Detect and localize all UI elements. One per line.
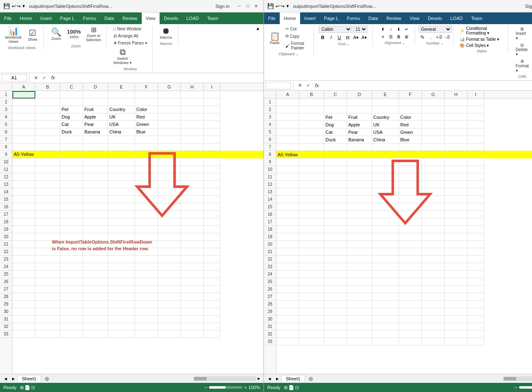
cell-b16[interactable]: [299, 211, 324, 218]
cell-h24[interactable]: [181, 263, 204, 271]
cell-b3[interactable]: [299, 113, 324, 121]
cell-g27[interactable]: [158, 286, 181, 293]
cell-e9[interactable]: [108, 151, 135, 158]
cell-c4[interactable]: Dog: [60, 113, 83, 121]
cell-a10[interactable]: [12, 158, 35, 166]
cell-f30[interactable]: [399, 316, 422, 323]
cell-c31[interactable]: [324, 323, 347, 330]
cell-g20[interactable]: [158, 233, 181, 241]
cell-b27[interactable]: [299, 293, 324, 301]
cell-i9[interactable]: [204, 151, 220, 158]
cell-i31[interactable]: [204, 316, 220, 323]
cell-f29[interactable]: [399, 308, 422, 316]
dec-dec-btn[interactable]: -.0: [443, 34, 451, 40]
cell-c16[interactable]: [324, 211, 347, 218]
cell-h16[interactable]: [445, 211, 468, 218]
cell-c8[interactable]: [60, 143, 83, 151]
macros-btn[interactable]: ⏺ Macros: [158, 26, 174, 41]
cell-a4[interactable]: [12, 113, 35, 121]
cell-f1[interactable]: [399, 99, 422, 106]
cell-b10[interactable]: [35, 158, 60, 166]
cell-g9[interactable]: [158, 151, 181, 158]
cell-g11[interactable]: [422, 173, 445, 181]
cell-a32[interactable]: [12, 323, 35, 330]
workbook-views-btn[interactable]: 📊 WorkbookViews: [3, 26, 23, 45]
cell-b20[interactable]: [299, 241, 324, 248]
cell-f15[interactable]: [399, 203, 422, 211]
col-header-g-left[interactable]: G: [158, 83, 181, 91]
left-minimize[interactable]: ─: [235, 2, 244, 10]
left-name-box[interactable]: [2, 74, 27, 81]
cell-e1[interactable]: [372, 99, 399, 106]
cell-g8[interactable]: [158, 143, 181, 151]
cell-a8[interactable]: A5-Yellow Line: [276, 151, 299, 158]
right-page-break-icon[interactable]: ⊡: [295, 385, 299, 390]
cell-b13[interactable]: [35, 181, 60, 188]
undo-icon[interactable]: ↩: [12, 3, 16, 9]
cell-c6[interactable]: Duck: [324, 136, 347, 143]
tab-file-right[interactable]: File: [264, 12, 280, 24]
cell-i9[interactable]: [468, 158, 484, 166]
cell-f7[interactable]: [399, 143, 422, 151]
cell-d23[interactable]: [347, 263, 372, 271]
right-page-layout-icon[interactable]: 📄: [288, 385, 294, 390]
cell-i20[interactable]: [204, 233, 220, 241]
cell-g2[interactable]: [158, 99, 181, 106]
cell-e23[interactable]: [372, 263, 399, 271]
format-table-btn[interactable]: 📊 Format as Table ▾: [458, 37, 505, 42]
cell-a23[interactable]: [12, 256, 35, 263]
cell-f32[interactable]: [135, 323, 158, 330]
cell-d30[interactable]: [83, 308, 108, 316]
cell-i24[interactable]: [468, 271, 484, 278]
cell-e33[interactable]: [372, 338, 399, 345]
row-num-1[interactable]: 1: [264, 99, 276, 106]
format-painter-btn[interactable]: 🖌 Format Painter: [284, 40, 310, 51]
cell-g22[interactable]: [158, 248, 181, 256]
cell-d14[interactable]: [347, 196, 372, 203]
cell-f21[interactable]: [399, 248, 422, 256]
row-num-3[interactable]: 3: [0, 106, 12, 113]
cell-f23[interactable]: [135, 256, 158, 263]
cell-g15[interactable]: [422, 203, 445, 211]
row-num-28[interactable]: 28: [264, 301, 276, 308]
row-num-28[interactable]: 28: [0, 293, 12, 301]
row-num-19[interactable]: 19: [0, 226, 12, 233]
cell-i23[interactable]: [204, 256, 220, 263]
col-header-c-right[interactable]: C: [324, 91, 347, 98]
tab-team-right[interactable]: Team: [467, 12, 486, 24]
cell-g13[interactable]: [158, 181, 181, 188]
col-header-i-right[interactable]: I: [468, 91, 484, 98]
cell-h2[interactable]: [445, 106, 468, 113]
cell-g1[interactable]: [422, 99, 445, 106]
cell-e6[interactable]: China: [108, 128, 135, 136]
cell-c13[interactable]: [60, 181, 83, 188]
cell-f20[interactable]: [399, 241, 422, 248]
cell-d11[interactable]: [347, 173, 372, 181]
cell-e17[interactable]: [372, 218, 399, 226]
cell-h7[interactable]: [445, 143, 468, 151]
cell-i25[interactable]: [204, 271, 220, 278]
cell-f26[interactable]: [135, 278, 158, 286]
row-num-8[interactable]: 8: [264, 151, 276, 158]
cell-b23[interactable]: [35, 256, 60, 263]
cell-c27[interactable]: [324, 293, 347, 301]
cell-d16[interactable]: [347, 211, 372, 218]
cell-f4[interactable]: Red: [399, 121, 422, 128]
col-header-a-left[interactable]: A: [12, 83, 35, 91]
font-color-btn[interactable]: A▾: [360, 34, 368, 41]
cell-a31[interactable]: [276, 323, 299, 330]
right-confirm-formula[interactable]: ✓: [304, 82, 312, 89]
cell-e31[interactable]: [372, 323, 399, 330]
align-right-btn[interactable]: ≣: [395, 33, 402, 40]
cell-a22[interactable]: [12, 248, 35, 256]
underline-btn[interactable]: U: [335, 34, 343, 41]
cell-i11[interactable]: [204, 166, 220, 173]
font-size-select[interactable]: 11: [353, 26, 367, 33]
confirm-formula-btn[interactable]: ✓: [40, 74, 48, 81]
cell-b17[interactable]: [35, 211, 60, 218]
cell-i19[interactable]: [468, 233, 484, 241]
cell-c6[interactable]: Duck: [60, 128, 83, 136]
cell-c28[interactable]: [324, 301, 347, 308]
cell-e15[interactable]: [372, 203, 399, 211]
cell-c30[interactable]: [60, 308, 83, 316]
